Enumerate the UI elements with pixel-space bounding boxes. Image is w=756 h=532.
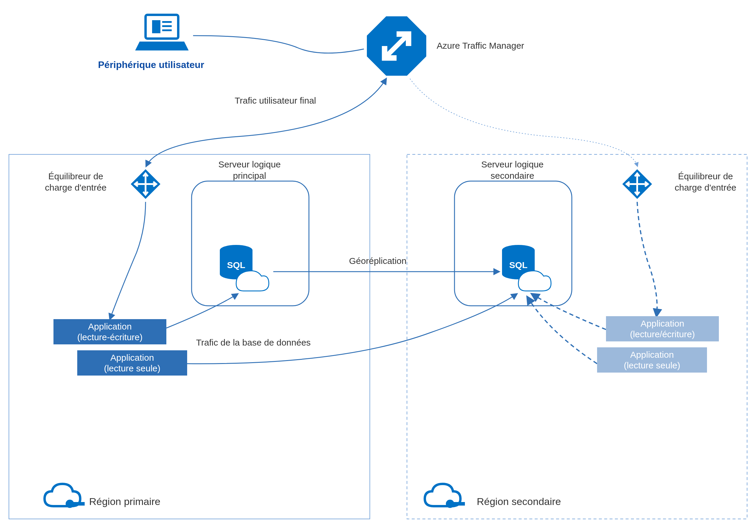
svg-point-13 bbox=[220, 245, 253, 256]
svg-text:SQL: SQL bbox=[509, 260, 527, 270]
svg-point-17 bbox=[502, 245, 535, 256]
svg-text:SQL: SQL bbox=[227, 260, 245, 270]
primary-lb-label: Équilibreur de charge d'entrée bbox=[28, 171, 123, 193]
secondary-server-label: Serveur logique secondaire bbox=[465, 159, 560, 181]
svg-rect-24 bbox=[453, 502, 465, 506]
primary-app-rw: Application (lecture-écriture) bbox=[53, 319, 166, 344]
end-user-traffic-label: Trafic utilisateur final bbox=[235, 95, 316, 106]
primary-server-box bbox=[192, 181, 309, 306]
conn-tm-to-primary-lb bbox=[146, 79, 386, 166]
conn-primary-appro-to-secondary-sql bbox=[187, 294, 517, 364]
svg-rect-18 bbox=[502, 250, 535, 274]
secondary-sql-icon: SQL bbox=[502, 245, 551, 291]
svg-marker-6 bbox=[375, 24, 418, 68]
conn-tm-to-secondary-lb bbox=[410, 79, 637, 166]
conn-primary-apprw-to-sql bbox=[166, 294, 238, 328]
geo-replication-label: Géoréplication bbox=[349, 255, 406, 266]
svg-rect-14 bbox=[220, 250, 253, 274]
svg-point-21 bbox=[66, 500, 74, 508]
secondary-lb-label: Équilibreur de charge d'entrée bbox=[660, 171, 751, 193]
primary-server-label: Serveur logique principal bbox=[202, 159, 297, 181]
svg-point-23 bbox=[446, 500, 454, 508]
svg-rect-0 bbox=[146, 15, 178, 38]
primary-region-cloud-icon bbox=[44, 484, 85, 508]
conn-device-to-tm bbox=[193, 36, 364, 53]
secondary-app-rw: Application (lecture/écriture) bbox=[606, 316, 719, 342]
primary-region-label: Région primaire bbox=[89, 495, 160, 508]
secondary-app-ro: Application (lecture seule) bbox=[597, 347, 707, 372]
svg-marker-5 bbox=[367, 16, 426, 76]
user-device-icon bbox=[135, 15, 189, 50]
secondary-load-balancer-icon bbox=[622, 169, 652, 199]
conn-secondary-apprw-to-sql bbox=[532, 294, 606, 330]
primary-load-balancer-icon bbox=[131, 169, 160, 199]
traffic-manager-label: Azure Traffic Manager bbox=[437, 40, 524, 51]
diagram-canvas: SQL SQL Périphérique utilisateur Azure T… bbox=[0, 0, 756, 532]
traffic-manager-icon bbox=[367, 16, 426, 76]
svg-point-19 bbox=[502, 269, 535, 279]
db-traffic-label: Trafic de la base de données bbox=[196, 337, 311, 348]
secondary-region-label: Région secondaire bbox=[477, 495, 561, 508]
svg-rect-1 bbox=[152, 20, 160, 33]
svg-rect-22 bbox=[73, 502, 85, 506]
primary-app-ro: Application (lecture seule) bbox=[77, 350, 187, 375]
secondary-region-cloud-icon bbox=[425, 484, 465, 508]
conn-primary-lb-to-app bbox=[110, 202, 146, 319]
svg-point-15 bbox=[220, 269, 253, 279]
secondary-server-box bbox=[454, 181, 572, 306]
primary-sql-icon: SQL bbox=[220, 245, 269, 291]
conn-secondary-lb-to-app bbox=[637, 202, 657, 316]
svg-marker-10 bbox=[622, 169, 652, 199]
svg-marker-7 bbox=[131, 169, 160, 199]
user-device-label: Périphérique utilisateur bbox=[98, 59, 204, 71]
conn-secondary-appro-to-sql bbox=[527, 297, 597, 364]
